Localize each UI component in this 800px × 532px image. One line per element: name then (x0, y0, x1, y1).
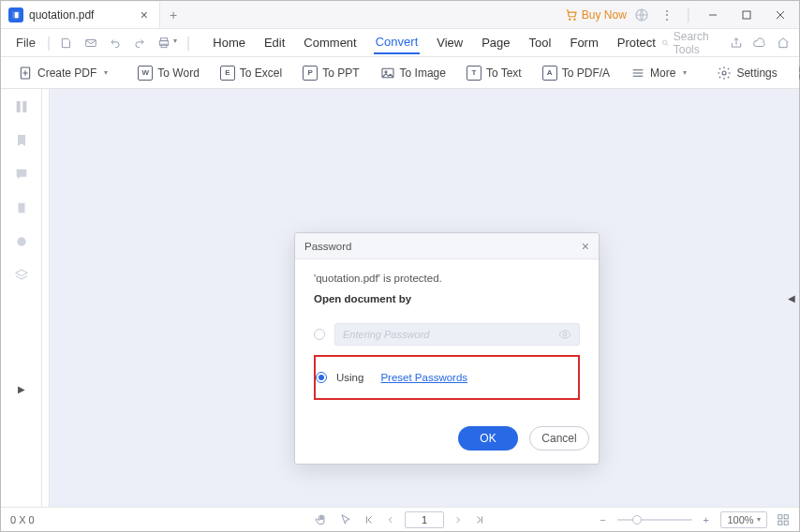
dialog-close-icon[interactable]: × (582, 239, 589, 254)
document-tab[interactable]: quotation.pdf × (1, 2, 160, 28)
doc-gutter (42, 89, 50, 507)
zoom-out-icon[interactable]: − (598, 514, 607, 525)
buy-now-link[interactable]: Buy Now (565, 8, 627, 22)
home-icon[interactable] (777, 37, 790, 50)
svg-point-14 (722, 71, 726, 75)
svg-rect-24 (778, 514, 782, 518)
svg-rect-5 (743, 11, 750, 19)
app-window: quotation.pdf × + Buy Now ⋮ | (0, 0, 800, 532)
last-page-icon[interactable] (472, 514, 487, 525)
more-menu-icon[interactable]: ⋮ (657, 7, 677, 22)
menu-form[interactable]: Form (568, 32, 600, 53)
to-word-button[interactable]: W To Word (130, 57, 206, 88)
radio-preset-passwords[interactable] (316, 372, 327, 383)
close-window-button[interactable] (767, 2, 793, 28)
zoom-value: 100% (727, 514, 753, 525)
mail-icon[interactable] (81, 37, 101, 50)
to-text-button[interactable]: T To Text (459, 57, 529, 88)
attachment-panel-icon[interactable] (13, 200, 30, 216)
menu-edit[interactable]: Edit (262, 32, 287, 53)
to-pdfa-button[interactable]: A To PDF/A (535, 57, 617, 88)
svg-point-22 (17, 237, 25, 245)
to-excel-button[interactable]: E To Excel (213, 57, 289, 88)
app-icon (8, 7, 23, 22)
hand-tool-icon[interactable] (313, 513, 330, 526)
statusbar: 0 X 0 − + 100%▾ (1, 507, 799, 531)
thumbnail-panel-icon[interactable] (13, 98, 30, 115)
option-enter-password[interactable]: Entering Password (314, 318, 580, 351)
batch-convert-button[interactable]: Batch Conve› (791, 57, 800, 88)
menu-view[interactable]: View (435, 32, 465, 53)
first-page-icon[interactable] (362, 514, 377, 525)
to-word-label: To Word (157, 66, 199, 80)
svg-point-3 (574, 19, 575, 20)
select-tool-icon[interactable] (337, 513, 354, 526)
svg-point-2 (569, 19, 570, 20)
prev-page-icon[interactable] (384, 514, 397, 525)
password-input: Entering Password (334, 323, 580, 346)
bookmark-panel-icon[interactable] (13, 132, 30, 149)
fit-page-icon[interactable] (777, 513, 790, 526)
menu-protect[interactable]: Protect (615, 32, 658, 53)
password-placeholder: Entering Password (343, 329, 429, 340)
highlight-annotation: Using Preset Passwords (314, 355, 580, 400)
zoom-in-icon[interactable]: + (702, 514, 711, 525)
svg-point-13 (385, 70, 387, 72)
radio-enter-password[interactable] (314, 329, 325, 340)
main-menu: Home Edit Comment Convert View Page Tool… (211, 31, 658, 54)
field-panel-icon[interactable] (13, 233, 30, 250)
ppt-icon: P (303, 66, 318, 81)
svg-rect-19 (16, 101, 20, 112)
document-area[interactable]: ◀ Password × 'quotation.pdf' is protecte… (50, 89, 799, 507)
right-collapse-icon[interactable]: ◀ (788, 293, 795, 303)
share-icon[interactable] (730, 37, 743, 50)
titlebar: quotation.pdf × + Buy Now ⋮ | (1, 1, 799, 29)
zoom-level[interactable]: 100%▾ (720, 511, 767, 528)
ok-button[interactable]: OK (458, 426, 518, 451)
comment-panel-icon[interactable] (13, 166, 30, 183)
more-icon (630, 66, 645, 81)
left-sidebar: ▶ (1, 89, 42, 507)
menubar: File | ▾ | Home Edit Comment Convert Vie… (1, 29, 799, 57)
open-icon[interactable] (56, 37, 77, 50)
menu-home[interactable]: Home (211, 32, 247, 53)
excel-icon: E (220, 66, 235, 81)
svg-rect-26 (778, 521, 782, 525)
menu-convert[interactable]: Convert (374, 31, 421, 54)
settings-button[interactable]: Settings (709, 57, 784, 88)
layers-panel-icon[interactable] (13, 267, 30, 284)
next-page-icon[interactable] (452, 514, 465, 525)
print-icon[interactable]: ▾ (154, 37, 181, 50)
more-button[interactable]: More▾ (623, 57, 694, 88)
menu-tool[interactable]: Tool (527, 32, 554, 53)
tab-close-icon[interactable]: × (137, 7, 152, 22)
to-image-button[interactable]: To Image (373, 57, 453, 88)
cancel-button[interactable]: Cancel (529, 426, 589, 451)
language-icon[interactable] (634, 7, 649, 22)
preset-passwords-link[interactable]: Preset Passwords (380, 372, 467, 383)
eye-icon (558, 328, 571, 341)
redo-icon[interactable] (129, 37, 150, 50)
zoom-controls: − + 100%▾ (598, 511, 790, 528)
file-menu[interactable]: File (10, 36, 41, 50)
cloud-icon[interactable] (752, 37, 767, 50)
maximize-button[interactable] (733, 2, 760, 28)
titlebar-right: Buy Now ⋮ | (565, 2, 799, 28)
gear-icon (717, 66, 732, 81)
menu-page[interactable]: Page (480, 32, 511, 53)
to-ppt-button[interactable]: P To PPT (295, 57, 366, 88)
minimize-button[interactable] (700, 2, 726, 28)
page-number-input[interactable] (405, 511, 444, 528)
new-tab-button[interactable]: + (160, 7, 186, 22)
svg-rect-21 (18, 203, 24, 214)
search-tools[interactable]: Search Tools (661, 30, 720, 56)
svg-rect-6 (86, 39, 96, 46)
undo-icon[interactable] (105, 37, 126, 50)
zoom-thumb[interactable] (632, 515, 642, 525)
option-preset-passwords[interactable]: Using Preset Passwords (316, 366, 574, 389)
create-pdf-button[interactable]: Create PDF▾ (10, 57, 115, 88)
sidebar-expand-icon[interactable]: ▶ (18, 384, 25, 394)
zoom-slider[interactable] (617, 519, 692, 521)
menu-comment[interactable]: Comment (302, 32, 358, 53)
svg-point-23 (563, 332, 567, 336)
